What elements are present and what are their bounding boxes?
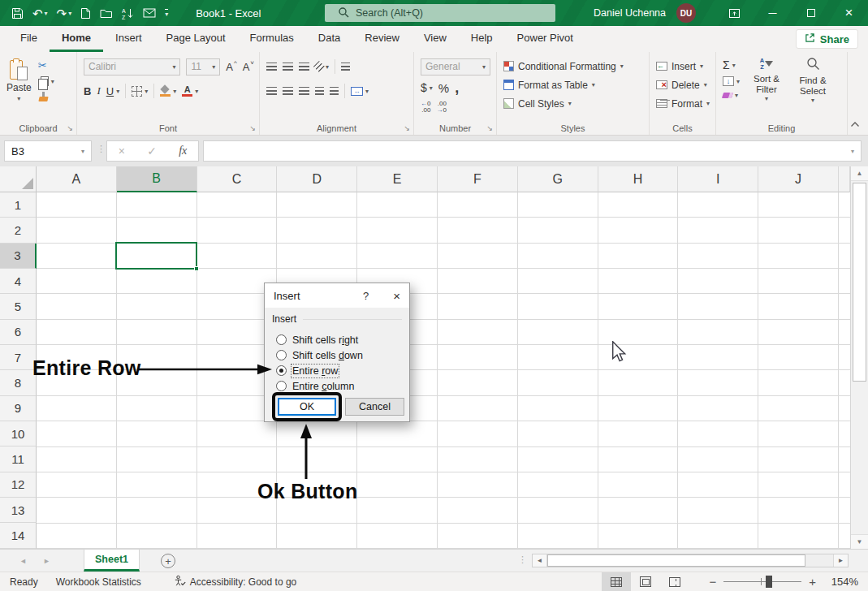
cancel-entry-icon[interactable]: × <box>119 145 125 157</box>
align-right-icon[interactable] <box>299 87 309 95</box>
find-select-button[interactable]: Find & Select ▾ <box>793 57 832 120</box>
insert-cells-button[interactable]: Insert▾ <box>656 57 710 75</box>
search-input[interactable]: Search (Alt+Q) <box>325 4 555 22</box>
row-header-7[interactable]: 7 <box>0 345 37 370</box>
vertical-scrollbar-thumb[interactable] <box>853 183 866 382</box>
row-header-9[interactable]: 9 <box>0 396 37 421</box>
row-header-8[interactable]: 8 <box>0 370 37 395</box>
formula-input[interactable]: ▾ <box>203 140 862 162</box>
next-sheet-icon[interactable]: ► <box>43 557 50 565</box>
comma-format-button[interactable]: , <box>455 84 459 91</box>
sort-filter-button[interactable]: AZ Sort & Filter ▾ <box>747 57 786 120</box>
scroll-down-icon[interactable]: ▼ <box>851 534 868 549</box>
customize-quick-access-icon[interactable]: ▾ <box>165 9 168 18</box>
horizontal-scrollbar-thumb[interactable] <box>547 554 805 567</box>
column-header-g[interactable]: G <box>518 166 598 192</box>
borders-button[interactable]: ▾ <box>132 86 148 97</box>
select-all-corner[interactable] <box>0 166 37 192</box>
alignment-dialog-launcher-icon[interactable]: ↘ <box>404 124 410 132</box>
minimize-icon[interactable]: ─ <box>754 0 792 26</box>
expand-formula-bar-icon[interactable]: ▾ <box>851 148 854 155</box>
cell-styles-button[interactable]: Cell Styles▾ <box>503 94 644 113</box>
fill-handle[interactable] <box>194 266 199 271</box>
sheet-tab-sheet1[interactable]: Sheet1 <box>84 550 140 572</box>
row-header-10[interactable]: 10 <box>0 421 37 446</box>
number-format-select[interactable]: General▾ <box>421 58 490 75</box>
align-center-icon[interactable] <box>283 87 293 95</box>
row-header-13[interactable]: 13 <box>0 498 37 523</box>
autosum-button[interactable]: Σ▾ <box>723 59 740 71</box>
normal-view-button[interactable] <box>602 572 631 591</box>
font-name-select[interactable]: Calibri▾ <box>84 58 180 75</box>
dialog-close-icon[interactable]: × <box>393 289 400 303</box>
accessibility-status[interactable]: Accessibility: Good to go <box>174 575 296 589</box>
decrease-decimal-icon[interactable]: .00→0 <box>436 101 446 114</box>
vertical-scrollbar[interactable]: ▲ ▼ <box>850 166 868 549</box>
tab-insert[interactable]: Insert <box>103 26 154 52</box>
cut-icon[interactable]: ✂ <box>38 60 54 71</box>
row-header-5[interactable]: 5 <box>0 294 37 319</box>
zoom-out-button[interactable]: − <box>709 575 716 589</box>
ribbon-display-options-icon[interactable] <box>715 0 754 26</box>
scroll-right-icon[interactable]: ► <box>833 554 848 567</box>
tab-review[interactable]: Review <box>352 26 412 52</box>
tab-page-layout[interactable]: Page Layout <box>154 26 238 52</box>
redo-button[interactable]: ↷ ▾ <box>57 7 72 19</box>
maximize-icon[interactable] <box>792 0 830 26</box>
format-cells-button[interactable]: Format▾ <box>656 94 710 113</box>
font-color-button[interactable]: A▾ <box>182 85 198 97</box>
decrease-font-size-button[interactable]: A˅ <box>243 61 254 73</box>
font-size-select[interactable]: 11▾ <box>186 58 220 75</box>
tab-data[interactable]: Data <box>306 26 352 52</box>
copy-button[interactable]: ▾ <box>38 76 54 86</box>
row-header-2[interactable]: 2 <box>0 218 37 243</box>
currency-format-button[interactable]: $▾ <box>421 81 433 94</box>
tab-view[interactable]: View <box>412 26 459 52</box>
column-header-b[interactable]: B <box>117 166 197 192</box>
align-left-icon[interactable] <box>266 87 277 95</box>
radio-circle[interactable] <box>276 365 287 376</box>
tab-file[interactable]: File <box>8 26 50 52</box>
paste-button[interactable]: Paste ▾ <box>6 57 32 120</box>
row-header-14[interactable]: 14 <box>0 523 37 548</box>
tab-help[interactable]: Help <box>459 26 505 52</box>
bold-button[interactable]: B <box>84 85 91 97</box>
column-header-a[interactable]: A <box>37 166 117 192</box>
decrease-indent-icon[interactable] <box>315 87 324 95</box>
workbook-statistics-button[interactable]: Workbook Statistics <box>56 576 141 588</box>
share-button[interactable]: Share <box>796 29 858 49</box>
increase-decimal-icon[interactable]: ←0.00 <box>421 101 430 114</box>
tab-home[interactable]: Home <box>50 26 103 52</box>
format-painter-icon[interactable] <box>38 92 50 102</box>
add-sheet-button[interactable]: + <box>161 554 175 568</box>
column-header-d[interactable]: D <box>277 166 357 192</box>
top-align-icon[interactable] <box>266 63 277 71</box>
column-header-h[interactable]: H <box>598 166 679 192</box>
avatar[interactable]: DU <box>676 3 696 23</box>
radio-circle[interactable] <box>276 381 287 391</box>
column-header-e[interactable]: E <box>357 166 438 192</box>
column-header-partial[interactable] <box>839 166 850 192</box>
wrap-text-button[interactable] <box>341 63 350 71</box>
zoom-slider[interactable] <box>723 575 801 589</box>
tab-formulas[interactable]: Formulas <box>238 26 306 52</box>
increase-font-size-button[interactable]: A^ <box>226 61 236 73</box>
clipboard-dialog-launcher-icon[interactable]: ↘ <box>67 124 73 132</box>
percent-format-button[interactable]: % <box>438 81 449 95</box>
row-header-4[interactable]: 4 <box>0 269 37 294</box>
undo-button[interactable]: ↶ ▾ <box>32 7 48 19</box>
dialog-help-button[interactable]: ? <box>363 290 369 302</box>
underline-button[interactable]: U▾ <box>106 85 119 97</box>
number-dialog-launcher-icon[interactable]: ↘ <box>486 124 493 132</box>
email-icon[interactable] <box>143 8 156 18</box>
page-break-view-button[interactable] <box>660 572 689 591</box>
column-header-c[interactable]: C <box>197 166 278 192</box>
radio-circle[interactable] <box>276 334 287 345</box>
scroll-up-icon[interactable]: ▲ <box>851 166 868 181</box>
format-as-table-button[interactable]: Format as Table▾ <box>503 75 644 94</box>
zoom-level[interactable]: 154% <box>827 576 858 588</box>
previous-sheet-icon[interactable]: ◄ <box>19 557 27 565</box>
enter-entry-icon[interactable]: ✓ <box>147 145 157 157</box>
cancel-button[interactable]: Cancel <box>345 398 404 416</box>
zoom-in-button[interactable]: + <box>809 575 816 589</box>
